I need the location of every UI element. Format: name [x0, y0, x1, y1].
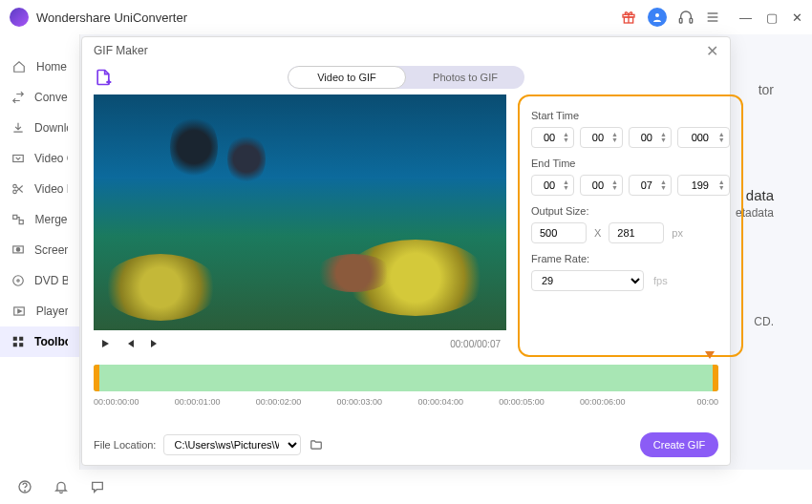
- grid-icon: [11, 334, 25, 349]
- start-minutes-input[interactable]: ▲▼: [580, 127, 623, 148]
- play-button[interactable]: [99, 338, 111, 349]
- output-width-input[interactable]: [531, 222, 587, 243]
- timeline: 00:00:00:00 00:00:01:00 00:00:02:00 00:0…: [82, 357, 730, 407]
- px-label: px: [672, 227, 683, 239]
- bell-icon[interactable]: [53, 479, 69, 494]
- svg-rect-5: [690, 18, 693, 23]
- end-time-label: End Time: [531, 158, 730, 169]
- compress-icon: [11, 151, 25, 166]
- minimize-button[interactable]: —: [739, 10, 752, 25]
- hamburger-icon[interactable]: [705, 10, 720, 25]
- sidebar-item-label: Home: [36, 60, 67, 74]
- app-title: Wondershare UniConverter: [36, 10, 621, 25]
- svg-rect-23: [13, 343, 17, 346]
- file-location-label: File Location:: [94, 439, 156, 451]
- svg-point-11: [13, 190, 17, 194]
- headset-icon[interactable]: [678, 10, 694, 25]
- titlebar: Wondershare UniConverter — ▢ ✕: [0, 0, 812, 34]
- merge-icon: [11, 212, 26, 227]
- record-icon: [11, 242, 25, 258]
- tab-photos-to-gif[interactable]: Photos to GIF: [406, 66, 524, 89]
- chat-icon[interactable]: [90, 479, 105, 494]
- bg-text: tor: [759, 82, 774, 97]
- end-seconds-input[interactable]: ▲▼: [629, 175, 672, 196]
- file-location-select[interactable]: C:\Users\ws\Pictures\Wonders: [163, 434, 301, 455]
- add-file-icon[interactable]: [94, 68, 113, 87]
- timeline-handle-right[interactable]: [713, 365, 718, 391]
- close-button[interactable]: ✕: [792, 10, 802, 25]
- sidebar-item-downloader[interactable]: Downloader: [0, 113, 79, 143]
- app-logo-icon: [10, 8, 29, 27]
- timeline-ticks: 00:00:00:00 00:00:01:00 00:00:02:00 00:0…: [94, 397, 718, 407]
- sidebar-item-label: Video Editor: [34, 182, 68, 196]
- bg-text: CD.: [754, 315, 774, 328]
- maximize-button[interactable]: ▢: [766, 10, 778, 25]
- start-time-label: Start Time: [531, 110, 730, 121]
- svg-rect-4: [679, 18, 682, 23]
- end-ms-input[interactable]: ▲▼: [677, 175, 730, 196]
- svg-line-13: [16, 186, 22, 192]
- output-height-input[interactable]: [609, 222, 664, 243]
- sidebar-item-player[interactable]: Player: [0, 296, 79, 326]
- svg-point-19: [17, 280, 19, 282]
- svg-rect-9: [13, 156, 24, 162]
- dialog-title: GIF Maker: [94, 44, 706, 57]
- sidebar-item-label: DVD Burner: [34, 274, 68, 287]
- svg-rect-15: [19, 220, 23, 224]
- svg-rect-21: [13, 337, 17, 341]
- sidebar-item-toolbox[interactable]: Toolbox: [0, 326, 79, 357]
- settings-panel: Start Time ▲▼ ▲▼ ▲▼ ▲▼ End Time ▲▼ ▲▼ ▲▼…: [518, 94, 743, 357]
- svg-rect-14: [13, 215, 17, 219]
- sidebar-item-converter[interactable]: Converter: [0, 82, 79, 113]
- frame-rate-label: Frame Rate:: [531, 253, 730, 264]
- open-folder-icon[interactable]: [309, 438, 324, 452]
- timeline-handle-left[interactable]: [94, 365, 99, 391]
- scissors-icon: [11, 181, 25, 197]
- svg-point-18: [13, 276, 24, 286]
- svg-line-12: [16, 187, 22, 193]
- sidebar-item-compressor[interactable]: Video Compressor: [0, 143, 79, 174]
- start-ms-input[interactable]: ▲▼: [677, 127, 730, 148]
- user-avatar-icon[interactable]: [648, 8, 667, 27]
- bg-text: data: [746, 187, 774, 203]
- gif-maker-dialog: GIF Maker ✕ Video to GIF Photos to GIF 0…: [81, 36, 731, 466]
- gift-icon[interactable]: [621, 10, 636, 25]
- frame-rate-select[interactable]: 29: [531, 270, 644, 291]
- video-preview[interactable]: [94, 94, 506, 330]
- sidebar-item-label: Toolbox: [34, 335, 68, 348]
- next-frame-button[interactable]: [149, 338, 160, 349]
- svg-point-3: [655, 13, 659, 17]
- sidebar-item-merger[interactable]: Merger: [0, 204, 79, 235]
- mode-tabs: Video to GIF Photos to GIF: [288, 66, 524, 89]
- end-minutes-input[interactable]: ▲▼: [580, 175, 623, 196]
- start-seconds-input[interactable]: ▲▼: [629, 127, 672, 148]
- home-icon: [11, 59, 27, 74]
- sidebar-item-label: Converter: [34, 91, 68, 104]
- sidebar-item-home[interactable]: Home: [0, 52, 79, 82]
- fps-label: fps: [653, 275, 668, 286]
- create-gif-button[interactable]: Create GIF: [640, 432, 718, 457]
- tab-video-to-gif[interactable]: Video to GIF: [288, 66, 406, 89]
- player-icon: [11, 304, 27, 319]
- start-hours-input[interactable]: ▲▼: [531, 127, 574, 148]
- dialog-close-icon[interactable]: ✕: [706, 42, 718, 60]
- sidebar-item-label: Player: [36, 304, 68, 318]
- x-separator: X: [594, 227, 601, 239]
- end-hours-input[interactable]: ▲▼: [531, 175, 574, 196]
- sidebar-item-label: Merger: [35, 213, 68, 226]
- sidebar-item-recorder[interactable]: Screen Recorder: [0, 235, 79, 265]
- svg-point-26: [25, 491, 26, 492]
- svg-point-10: [13, 184, 17, 188]
- download-icon: [11, 120, 25, 136]
- sidebar-item-editor[interactable]: Video Editor: [0, 174, 79, 204]
- svg-rect-22: [19, 337, 23, 341]
- sidebar-item-label: Video Compressor: [34, 152, 68, 165]
- prev-frame-button[interactable]: [124, 338, 136, 349]
- sidebar-item-label: Downloader: [34, 121, 68, 135]
- help-icon[interactable]: [17, 479, 32, 494]
- playhead-marker-icon[interactable]: [705, 351, 715, 359]
- bottom-bar: [0, 470, 812, 504]
- sidebar-item-dvd[interactable]: DVD Burner: [0, 265, 79, 296]
- timeline-bar[interactable]: [94, 365, 718, 391]
- playback-time: 00:00/00:07: [450, 339, 501, 349]
